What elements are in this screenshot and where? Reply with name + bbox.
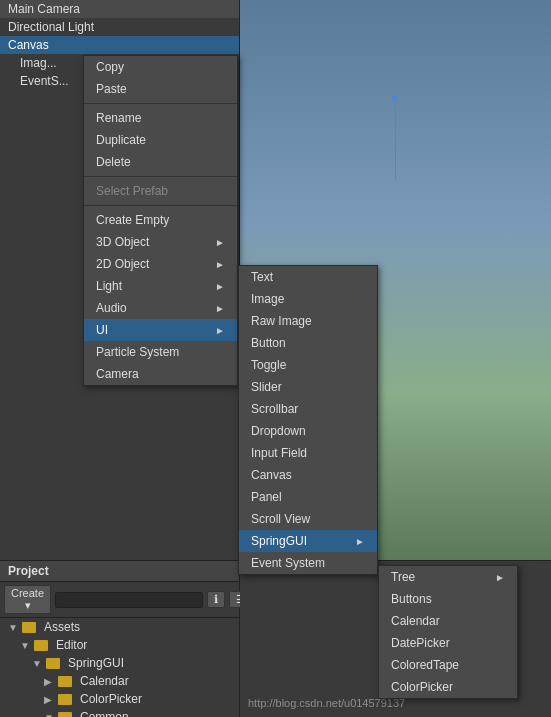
hierarchy-item-directional-light[interactable]: Directional Light — [0, 18, 239, 36]
arrow-3d-object: ► — [215, 237, 225, 248]
folder-icon-colorpicker — [58, 694, 72, 705]
tree-arrow-colorpicker: ▶ — [44, 694, 54, 705]
project-header: Project — [0, 561, 239, 582]
menu-item-2d-object[interactable]: 2D Object► — [84, 253, 237, 275]
menu-item-3d-object[interactable]: 3D Object► — [84, 231, 237, 253]
menu-item-copy[interactable]: Copy — [84, 56, 237, 78]
menu-item-slider[interactable]: Slider — [239, 376, 377, 398]
menu-item-dropdown[interactable]: Dropdown — [239, 420, 377, 442]
menu-item-buttons[interactable]: Buttons — [379, 588, 517, 610]
menu-item-button[interactable]: Button — [239, 332, 377, 354]
menu-item-scrollbar[interactable]: Scrollbar — [239, 398, 377, 420]
arrow-2d-object: ► — [215, 259, 225, 270]
project-panel: Project Create ▾ ℹ ☰ ▼ Assets ▼ Editor ▼… — [0, 560, 240, 717]
tree-item-editor[interactable]: ▼ Editor — [0, 636, 239, 654]
folder-icon-assets — [22, 622, 36, 633]
tree-arrow-common: ▼ — [44, 712, 54, 718]
hierarchy-item-canvas[interactable]: Canvas — [0, 36, 239, 54]
tree-arrow-calendar: ▶ — [44, 676, 54, 687]
menu-item-text[interactable]: Text — [239, 266, 377, 288]
menu-item-scroll-view[interactable]: Scroll View — [239, 508, 377, 530]
tree-label-editor: Editor — [56, 638, 87, 652]
tree-item-calendar[interactable]: ▶ Calendar — [0, 672, 239, 690]
menu-item-colorpicker[interactable]: ColorPicker — [379, 676, 517, 698]
tree-label-calendar: Calendar — [80, 674, 129, 688]
tree-item-colorpicker[interactable]: ▶ ColorPicker — [0, 690, 239, 708]
project-icon-btn-1[interactable]: ℹ — [207, 591, 225, 608]
menu-item-coloredtape[interactable]: ColoredTape — [379, 654, 517, 676]
menu-separator-1 — [84, 103, 237, 104]
tree-item-springgui[interactable]: ▼ SpringGUI — [0, 654, 239, 672]
menu-item-calendar[interactable]: Calendar — [379, 610, 517, 632]
menu-item-tree[interactable]: Tree► — [379, 566, 517, 588]
project-search-input[interactable] — [55, 592, 203, 608]
menu-item-raw-image[interactable]: Raw Image — [239, 310, 377, 332]
menu-item-audio[interactable]: Audio► — [84, 297, 237, 319]
folder-icon-editor — [34, 640, 48, 651]
arrow-audio: ► — [215, 303, 225, 314]
tree-label-springgui: SpringGUI — [68, 656, 124, 670]
project-title: Project — [8, 564, 49, 578]
tree-item-assets[interactable]: ▼ Assets — [0, 618, 239, 636]
menu-item-panel[interactable]: Panel — [239, 486, 377, 508]
tree-label-colorpicker: ColorPicker — [80, 692, 142, 706]
tree-item-common[interactable]: ▼ Common — [0, 708, 239, 717]
menu-item-ui[interactable]: UI► — [84, 319, 237, 341]
viewport-line — [395, 100, 396, 180]
menu-item-springgui[interactable]: SpringGUI► — [239, 530, 377, 552]
arrow-light: ► — [215, 281, 225, 292]
arrow-ui: ► — [215, 325, 225, 336]
arrow-springgui: ► — [355, 536, 365, 547]
tree-arrow-assets: ▼ — [8, 622, 18, 633]
menu-item-paste[interactable]: Paste — [84, 78, 237, 100]
project-toolbar: Create ▾ ℹ ☰ — [0, 582, 239, 618]
menu-separator-2 — [84, 176, 237, 177]
menu-item-datepicker[interactable]: DatePicker — [379, 632, 517, 654]
context-menu: Copy Paste Rename Duplicate Delete Selec… — [83, 55, 238, 386]
menu-separator-3 — [84, 205, 237, 206]
tree-label-assets: Assets — [44, 620, 80, 634]
menu-item-camera[interactable]: Camera — [84, 363, 237, 385]
create-button[interactable]: Create ▾ — [4, 585, 51, 614]
menu-item-canvas[interactable]: Canvas — [239, 464, 377, 486]
ui-submenu: Text Image Raw Image Button Toggle Slide… — [238, 265, 378, 575]
menu-item-create-empty[interactable]: Create Empty — [84, 209, 237, 231]
springgui-submenu: Tree► Buttons Calendar DatePicker Colore… — [378, 565, 518, 699]
menu-item-event-system[interactable]: Event System — [239, 552, 377, 574]
menu-item-input-field[interactable]: Input Field — [239, 442, 377, 464]
menu-item-duplicate[interactable]: Duplicate — [84, 129, 237, 151]
menu-item-delete[interactable]: Delete — [84, 151, 237, 173]
hierarchy-item-main-camera[interactable]: Main Camera — [0, 0, 239, 18]
tree-label-common: Common — [80, 710, 129, 717]
menu-item-particle-system[interactable]: Particle System — [84, 341, 237, 363]
folder-icon-springgui — [46, 658, 60, 669]
menu-item-light[interactable]: Light► — [84, 275, 237, 297]
arrow-tree: ► — [495, 572, 505, 583]
folder-icon-calendar — [58, 676, 72, 687]
menu-item-select-prefab: Select Prefab — [84, 180, 237, 202]
menu-item-image[interactable]: Image — [239, 288, 377, 310]
menu-item-rename[interactable]: Rename — [84, 107, 237, 129]
tree-arrow-editor: ▼ — [20, 640, 30, 651]
folder-icon-common — [58, 712, 72, 718]
tree-arrow-springgui: ▼ — [32, 658, 42, 669]
menu-item-toggle[interactable]: Toggle — [239, 354, 377, 376]
